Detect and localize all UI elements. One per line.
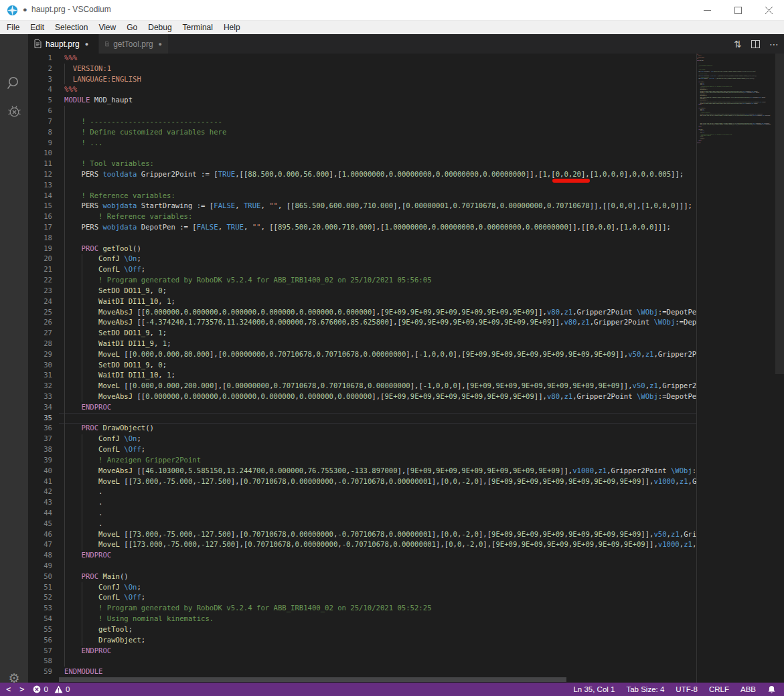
minimize-button[interactable] [692, 0, 722, 21]
code-line-55[interactable]: getTool; [64, 624, 696, 635]
cursor-position[interactable]: Ln 35, Col 1 [573, 685, 615, 693]
code-line-34[interactable]: ENDPROC [64, 402, 696, 413]
compare-changes-icon[interactable]: ⇅ [734, 39, 742, 50]
code-line-52[interactable]: ConfL \Off; [64, 592, 696, 603]
maximize-button[interactable] [722, 0, 753, 21]
code-line-29[interactable]: MoveL [[0.000,0.000,80.000],[0.00000000,… [697, 96, 775, 98]
code-line-19[interactable]: PROC getTool() [64, 244, 696, 254]
menu-item-terminal[interactable]: Terminal [177, 21, 218, 34]
code-line-31[interactable]: WaitDI DI11_10, 1; [64, 370, 696, 381]
code-line-11[interactable]: ! Tool variables: [64, 159, 696, 169]
problems-indicator[interactable]: 0 0 [33, 685, 70, 693]
code-line-12[interactable]: PERS tooldata Gripper2Point := [TRUE,[[8… [64, 169, 696, 180]
code-line-7[interactable]: ! ------------------------------- [64, 116, 696, 127]
menu-item-edit[interactable]: Edit [25, 21, 50, 34]
code-line-10[interactable] [64, 148, 696, 159]
eol-setting[interactable]: CRLF [709, 685, 729, 693]
code-line-24[interactable]: WaitDI DI11_10, 1; [64, 296, 696, 307]
code-line-26[interactable]: MoveAbsJ [[-4.374240,1.773570,11.324000,… [64, 317, 696, 328]
vertical-scrollbar[interactable] [775, 54, 784, 374]
line-number-4: 4 [28, 84, 52, 95]
code-editor[interactable]: 1234567891011121314151617181920212223242… [28, 54, 784, 683]
code-line-59[interactable]: ENDMODULE [64, 667, 696, 677]
code-line-14[interactable]: ! Reference variables: [64, 191, 696, 201]
code-line-56[interactable]: DrawObject; [64, 635, 696, 646]
code-line-35[interactable] [64, 413, 696, 424]
code-line-44[interactable]: . [64, 508, 696, 519]
code-line-41[interactable]: MoveL [[73.000,-75.000,-127.500],[0.7071… [64, 476, 696, 487]
code-line-28[interactable]: WaitDI DI11_9, 1; [64, 339, 696, 349]
menu-item-file[interactable]: File [1, 21, 25, 34]
code-content[interactable]: %%% VERSION:1 LANGUAGE:ENGLISH%%%MODULE … [64, 54, 696, 677]
code-line-13[interactable] [64, 180, 696, 191]
code-line-27[interactable]: SetDO DO11_9, 1; [64, 328, 696, 339]
code-line-2[interactable]: VERSION:1 [64, 64, 696, 74]
code-line-59[interactable]: ENDMODULE [697, 143, 775, 144]
code-line-20[interactable]: ConfJ \On; [64, 254, 696, 264]
more-actions-icon[interactable]: ⋯ [769, 39, 779, 50]
debug-bug-icon[interactable] [0, 98, 28, 124]
code-line-54[interactable]: ! Using nominal kinematics. [64, 614, 696, 624]
code-line-37[interactable]: ConfJ \On; [64, 434, 696, 444]
code-line-46[interactable]: MoveL [[73.000,-75.000,-127.500],[0.7071… [64, 529, 696, 540]
code-line-33[interactable]: MoveAbsJ [[0.000000,0.000000,0.000000,0.… [64, 392, 696, 402]
nav-back-icon[interactable]: < [6, 685, 11, 694]
nav-forward-icon[interactable]: > [19, 685, 24, 694]
tab-gettool-prg[interactable]: getTool.prg ● [98, 34, 168, 54]
tab-haupt-prg[interactable]: haupt.prg ● [28, 34, 98, 54]
code-line-51[interactable]: ConfJ \On; [64, 582, 696, 593]
code-line-3[interactable]: LANGUAGE:ENGLISH [64, 74, 696, 85]
code-line-48[interactable]: ENDPROC [64, 550, 696, 561]
code-line-1[interactable]: %%% [64, 54, 696, 64]
code-line-8[interactable]: ! Define customized variables here [64, 127, 696, 138]
code-line-45[interactable]: . [64, 519, 696, 529]
line-number-gutter[interactable]: 1234567891011121314151617181920212223242… [28, 54, 52, 677]
code-line-9[interactable]: ! ... [64, 138, 696, 149]
code-line-39[interactable]: ! Anzeigen Gripper2Point [64, 455, 696, 466]
code-line-47[interactable]: MoveL [[173.000,-75.000,-127.500],[0.707… [64, 539, 696, 550]
code-line-25[interactable]: MoveAbsJ [[0.000000,0.000000,0.000000,0.… [64, 307, 696, 318]
close-button[interactable] [753, 0, 784, 21]
menu-item-view[interactable]: View [93, 21, 121, 34]
code-line-16[interactable]: ! Reference variables: [64, 211, 696, 222]
code-line-57[interactable]: ENDPROC [64, 646, 696, 657]
menu-item-debug[interactable]: Debug [143, 21, 177, 34]
code-line-23[interactable]: SetDO DO11_9, 0; [64, 286, 696, 296]
split-editor-icon[interactable] [751, 40, 760, 48]
code-line-47[interactable]: MoveL [[173.000,-75.000,-127.500],[0.707… [697, 124, 775, 125]
indentation-setting[interactable]: Tab Size: 4 [626, 685, 664, 693]
encoding-setting[interactable]: UTF-8 [676, 685, 698, 693]
menu-item-go[interactable]: Go [121, 21, 143, 34]
code-line-50[interactable]: PROC Main() [64, 572, 696, 582]
horizontal-scrollbar[interactable] [59, 677, 566, 682]
code-line-53[interactable]: ! Program generated by RoboDK v5.2.4 for… [64, 603, 696, 614]
code-line-40[interactable]: MoveAbsJ [[46.103000,5.585150,13.244700,… [64, 466, 696, 476]
code-line-4[interactable]: %%% [64, 84, 696, 95]
code-line-18[interactable] [64, 233, 696, 244]
code-line-41[interactable]: MoveL [[73.000,-75.000,-127.500],[0.7071… [697, 115, 775, 116]
code-line-21[interactable]: ConfL \Off; [64, 264, 696, 275]
code-line-58[interactable] [64, 656, 696, 667]
menu-item-help[interactable]: Help [218, 21, 246, 34]
minimap[interactable]: %%% VERSION:1 LANGUAGE:ENGLISH%%%MODULE … [696, 54, 775, 683]
tab-dirty-dot[interactable]: ● [85, 41, 88, 48]
code-line-17[interactable]: PERS wobjdata DepotPen := [FALSE, TRUE, … [64, 222, 696, 233]
search-icon[interactable] [0, 70, 28, 96]
code-line-15[interactable]: PERS wobjdata StartDrawing := [FALSE, TR… [64, 201, 696, 211]
notifications-bell-icon[interactable] [767, 685, 776, 694]
menu-item-selection[interactable]: Selection [50, 21, 93, 34]
code-line-5[interactable]: MODULE MOD_haupt [64, 95, 696, 106]
code-line-43[interactable]: . [64, 497, 696, 508]
line-number-7: 7 [28, 116, 52, 127]
code-line-30[interactable]: SetDO DO11_9, 0; [64, 360, 696, 371]
code-line-29[interactable]: MoveL [[0.000,0.000,80.000],[0.00000000,… [64, 349, 696, 360]
code-line-32[interactable]: MoveL [[0.000,0.000,200.000],[0.00000000… [64, 381, 696, 392]
language-mode[interactable]: ABB [740, 685, 756, 693]
code-line-42[interactable]: . [64, 487, 696, 497]
code-line-38[interactable]: ConfL \Off; [64, 444, 696, 455]
tab-dirty-dot[interactable]: ● [159, 41, 162, 48]
code-line-6[interactable] [64, 106, 696, 116]
code-line-22[interactable]: ! Program generated by RoboDK v5.2.4 for… [64, 275, 696, 286]
code-line-49[interactable] [64, 561, 696, 572]
code-line-36[interactable]: PROC DrawObject() [64, 423, 696, 434]
